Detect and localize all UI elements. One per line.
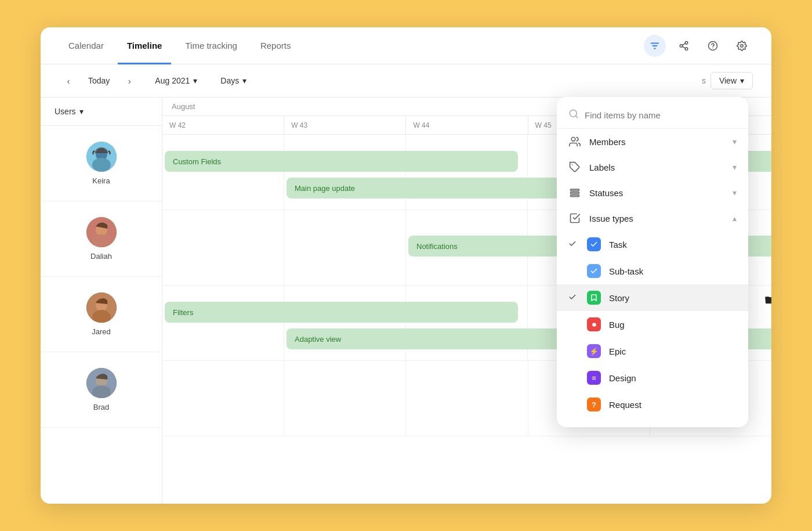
design-icon: ≡ (587, 371, 601, 385)
members-label: Members (589, 137, 626, 147)
filter-labels[interactable]: Labels ▾ (557, 154, 748, 180)
issue-types-icon (568, 212, 581, 224)
timeline-week-col (162, 361, 284, 436)
filter-icon-button[interactable] (644, 35, 666, 57)
week-cell: W 44 (406, 116, 528, 134)
timeline-week-col (406, 361, 528, 436)
issue-type-label: Epic (609, 346, 626, 356)
chevron-down-icon: ▾ (242, 76, 246, 85)
issue-type-label: Sub-task (609, 266, 643, 276)
nav-actions (644, 35, 753, 57)
avatar (86, 368, 117, 398)
statuses-icon (568, 187, 581, 198)
issue-type-label: Bug (609, 320, 625, 330)
week-cell: W 42 (162, 116, 284, 134)
members-icon (568, 136, 581, 147)
list-item: Keira (41, 126, 162, 201)
svg-line-21 (575, 115, 577, 117)
view-dropdown[interactable]: View ▾ (710, 72, 753, 89)
filter-search (557, 104, 748, 129)
user-name: Brad (93, 403, 109, 411)
issue-type-task[interactable]: Task (557, 231, 748, 258)
chevron-down-icon: ▾ (733, 188, 737, 197)
share-icon-button[interactable] (673, 35, 695, 57)
labels-icon (568, 161, 581, 173)
filter-members[interactable]: Members ▾ (557, 129, 748, 154)
issue-type-label: Story (609, 293, 629, 303)
issue-type-label: Request (609, 400, 641, 410)
prev-button[interactable]: ‹ (59, 71, 78, 90)
tab-reports[interactable]: Reports (251, 28, 300, 64)
list-item: Brad (41, 352, 162, 428)
issue-type-design[interactable]: ≡ Design (557, 364, 748, 391)
story-icon (587, 291, 601, 305)
svg-rect-24 (571, 189, 579, 191)
timeline-week-col (162, 210, 284, 285)
users-header[interactable]: Users ▾ (41, 97, 162, 126)
chevron-down-icon: ▾ (740, 76, 744, 85)
issue-types-label: Issue types (589, 214, 633, 223)
svg-point-22 (571, 138, 575, 142)
timeline-week-col (284, 210, 406, 285)
settings-icon-button[interactable] (731, 35, 753, 57)
task-icon (587, 237, 601, 251)
epic-icon: ⚡ (587, 344, 601, 358)
chevron-up-icon: ▴ (733, 214, 737, 223)
avatar (86, 292, 117, 323)
issue-type-epic[interactable]: ⚡ Epic (557, 338, 748, 364)
week-cell: W 43 (284, 116, 406, 134)
issue-type-request[interactable]: ? Request (557, 391, 748, 418)
toolbar: ‹ Today › Aug 2021 ▾ Days ▾ s View ▾ (41, 64, 771, 97)
issue-type-label: Task (609, 240, 627, 250)
labels-label: Labels (589, 162, 615, 172)
svg-point-10 (92, 158, 111, 172)
app-container: Calendar Timeline Time tracking Reports (41, 27, 771, 504)
svg-line-4 (682, 43, 685, 45)
help-icon-button[interactable] (702, 35, 724, 57)
user-name: Jared (92, 327, 111, 336)
search-icon (568, 109, 579, 121)
issue-type-story[interactable]: Story ☛ (557, 284, 748, 311)
svg-line-3 (682, 46, 685, 48)
tab-time-tracking[interactable]: Time tracking (176, 28, 246, 64)
chevron-down-icon: ▾ (733, 137, 737, 146)
bug-icon (587, 317, 601, 331)
next-button[interactable]: › (120, 71, 139, 90)
view-mode-dropdown[interactable]: Days ▾ (213, 73, 253, 89)
check-icon (568, 240, 577, 250)
tab-calendar[interactable]: Calendar (59, 28, 113, 64)
month-dropdown[interactable]: Aug 2021 ▾ (148, 73, 204, 89)
task-bar[interactable]: Filters (165, 302, 518, 323)
search-input[interactable] (585, 110, 737, 120)
timeline-week-col (162, 135, 284, 209)
filter-statuses[interactable]: Statuses ▾ (557, 180, 748, 205)
timeline-week-col (162, 286, 284, 360)
toolbar-right: s View ▾ (702, 72, 753, 89)
issue-type-subtask[interactable]: Sub-task (557, 258, 748, 284)
chevron-down-icon: ▾ (193, 76, 197, 85)
chevron-down-icon: ▾ (79, 107, 84, 116)
nav-bar: Calendar Timeline Time tracking Reports (41, 27, 771, 64)
task-bar[interactable]: Custom Fields (165, 151, 518, 172)
check-icon (568, 293, 577, 303)
avatar (86, 142, 117, 172)
filter-issue-types[interactable]: Issue types ▴ (557, 205, 748, 231)
svg-point-7 (741, 44, 744, 47)
today-button[interactable]: Today (80, 73, 118, 89)
subtask-icon (587, 264, 601, 278)
timeline-week-col (284, 361, 406, 436)
filter-panel: Members ▾ Labels ▾ (557, 97, 748, 427)
users-sidebar: Users ▾ Keira (41, 97, 162, 504)
user-name: Keira (92, 176, 110, 185)
statuses-label: Statuses (589, 188, 623, 198)
user-name: Daliah (90, 252, 112, 261)
svg-rect-25 (571, 192, 579, 194)
nav-tabs: Calendar Timeline Time tracking Reports (59, 27, 300, 64)
issue-type-bug[interactable]: Bug (557, 311, 748, 338)
svg-point-27 (592, 323, 596, 327)
issue-type-label: Design (609, 373, 636, 383)
tab-timeline[interactable]: Timeline (118, 28, 172, 64)
avatar (86, 217, 117, 247)
list-item: Daliah (41, 201, 162, 277)
chevron-down-icon: ▾ (733, 162, 737, 172)
